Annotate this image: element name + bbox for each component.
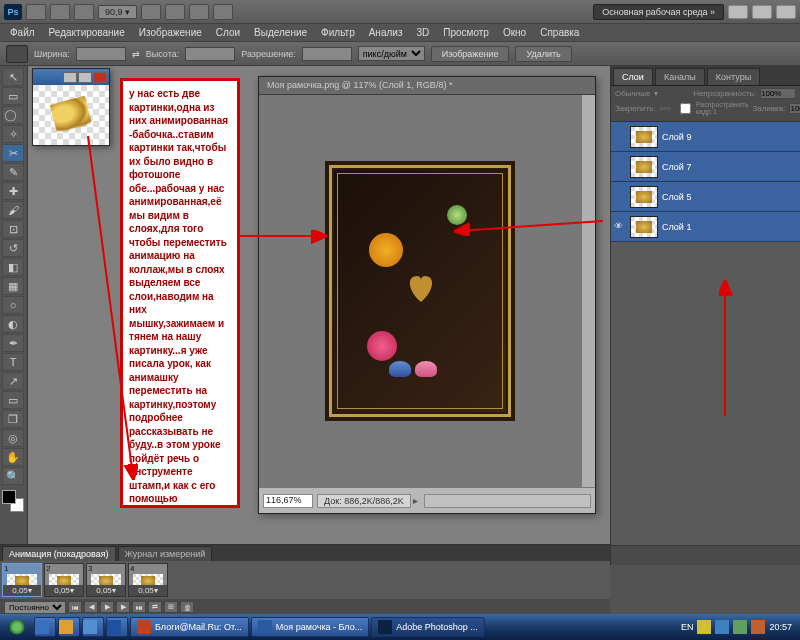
menu-help[interactable]: Справка [534, 25, 585, 40]
swap-icon[interactable]: ⇄ [132, 49, 140, 59]
stamp-tool[interactable]: ⊡ [2, 220, 24, 238]
eraser-tool[interactable]: ◧ [2, 258, 24, 276]
tween-button[interactable]: ⇄ [148, 601, 162, 613]
gradient-tool[interactable]: ▦ [2, 277, 24, 295]
clear-button[interactable]: Удалить [515, 46, 571, 62]
layer-thumbnail[interactable] [630, 156, 658, 178]
marquee-tool[interactable]: ▭ [2, 87, 24, 105]
duplicate-frame-button[interactable]: ⊞ [164, 601, 178, 613]
main-document-window[interactable]: Моя рамочка.png @ 117% (Слой 1, RGB/8) *… [258, 76, 596, 514]
next-frame-button[interactable]: ▶ [116, 601, 130, 613]
move-tool[interactable]: ↖ [2, 68, 24, 86]
menu-layer[interactable]: Слои [210, 25, 246, 40]
doc-maximize-icon[interactable] [78, 72, 92, 83]
menu-select[interactable]: Выделение [248, 25, 313, 40]
type-tool[interactable]: T [2, 353, 24, 371]
butterfly-document-window[interactable] [32, 68, 110, 146]
butterfly-canvas[interactable] [33, 85, 109, 145]
maximize-button[interactable] [752, 5, 772, 19]
layer-name[interactable]: Слой 1 [662, 222, 691, 232]
units-select[interactable]: пикс/дюйм [358, 46, 425, 61]
menu-3d[interactable]: 3D [410, 25, 435, 40]
menu-image[interactable]: Изображение [133, 25, 208, 40]
menu-window[interactable]: Окно [497, 25, 532, 40]
delete-frame-button[interactable]: 🗑 [180, 601, 194, 613]
tray-icon[interactable] [751, 620, 765, 634]
tab-channels[interactable]: Каналы [655, 68, 705, 85]
menu-view[interactable]: Просмотр [437, 25, 495, 40]
doc-close-icon[interactable] [93, 72, 107, 83]
dodge-tool[interactable]: ◐ [2, 315, 24, 333]
start-button[interactable] [2, 616, 32, 638]
3d-camera-tool[interactable]: ◎ [2, 429, 24, 447]
tab-paths[interactable]: Контуры [707, 68, 760, 85]
menu-edit[interactable]: Редактирование [43, 25, 131, 40]
document-tab[interactable]: Моя рамочка.png @ 117% (Слой 1, RGB/8) * [259, 77, 595, 95]
last-frame-button[interactable]: ⏭ [132, 601, 146, 613]
tab-measurement-log[interactable]: Журнал измерений [118, 546, 213, 561]
3d-tool[interactable]: ❒ [2, 410, 24, 428]
menu-file[interactable]: Файл [4, 25, 41, 40]
doc-minimize-icon[interactable] [63, 72, 77, 83]
shape-tool[interactable]: ▭ [2, 391, 24, 409]
tab-layers[interactable]: Слои [613, 68, 653, 85]
pen-tool[interactable]: ✒ [2, 334, 24, 352]
blur-tool[interactable]: ○ [2, 296, 24, 314]
opacity-input[interactable] [760, 88, 796, 99]
zoom-level[interactable]: 90,9 ▾ [98, 5, 137, 19]
minimize-button[interactable] [728, 5, 748, 19]
visibility-icon[interactable] [614, 131, 626, 143]
loop-select[interactable]: Постоянно [4, 601, 66, 614]
language-indicator[interactable]: EN [681, 622, 694, 632]
wand-tool[interactable]: ✧ [2, 125, 24, 143]
clock[interactable]: 20:57 [769, 622, 792, 632]
eyedropper-tool[interactable]: ✎ [2, 163, 24, 181]
visibility-icon[interactable]: 👁 [614, 221, 626, 233]
workspace-switcher[interactable]: Основная рабочая среда » [593, 4, 724, 20]
tray-icon[interactable] [697, 620, 711, 634]
extras-icon[interactable] [74, 4, 94, 20]
visibility-icon[interactable] [614, 191, 626, 203]
tab-animation[interactable]: Анимация (покадровая) [2, 546, 116, 561]
menu-analysis[interactable]: Анализ [363, 25, 409, 40]
butterfly-doc-titlebar[interactable] [33, 69, 109, 85]
zoom-tool[interactable]: 🔍 [2, 467, 24, 485]
layer-row[interactable]: Слой 5 [611, 182, 800, 212]
crop-tool-icon[interactable] [6, 45, 28, 63]
layer-row[interactable]: Слой 7 [611, 152, 800, 182]
close-button[interactable] [776, 5, 796, 19]
quick-launch-icon[interactable] [82, 617, 104, 637]
rotate-view-icon[interactable] [165, 4, 185, 20]
lasso-tool[interactable]: ⃝ [2, 106, 24, 124]
animation-frame[interactable]: 10,05▾ [2, 563, 42, 597]
animation-frame[interactable]: 30,05▾ [86, 563, 126, 597]
play-button[interactable]: ▶ [100, 601, 114, 613]
layer-name[interactable]: Слой 7 [662, 162, 691, 172]
taskbar-item[interactable]: Блоги@Mail.Ru: От... [130, 617, 249, 637]
heal-tool[interactable]: ✚ [2, 182, 24, 200]
history-brush-tool[interactable]: ↺ [2, 239, 24, 257]
tray-icon[interactable] [733, 620, 747, 634]
document-canvas[interactable] [259, 95, 581, 487]
vertical-scrollbar[interactable] [581, 95, 595, 487]
animation-frame[interactable]: 20,05▾ [44, 563, 84, 597]
path-tool[interactable]: ↗ [2, 372, 24, 390]
layer-thumbnail[interactable] [630, 186, 658, 208]
tray-icon[interactable] [715, 620, 729, 634]
prev-frame-button[interactable]: ◀ [84, 601, 98, 613]
fill-input[interactable] [789, 103, 800, 114]
arrange-icon[interactable] [189, 4, 209, 20]
resolution-input[interactable] [302, 47, 352, 61]
system-tray[interactable]: EN 20:57 [675, 620, 798, 634]
hand-tool-icon[interactable] [141, 4, 161, 20]
quick-launch-icon[interactable] [34, 617, 56, 637]
taskbar-item[interactable]: Adobe Photoshop ... [371, 617, 485, 637]
color-swatch[interactable] [2, 490, 24, 512]
layer-name[interactable]: Слой 9 [662, 132, 691, 142]
quick-launch-icon[interactable] [58, 617, 80, 637]
layer-row[interactable]: Слой 9 [611, 122, 800, 152]
width-input[interactable] [76, 47, 126, 61]
screen-mode-icon[interactable] [213, 4, 233, 20]
crop-tool[interactable]: ✂ [2, 144, 24, 162]
lock-icons[interactable]: ▫▫▫▫ [660, 104, 671, 113]
